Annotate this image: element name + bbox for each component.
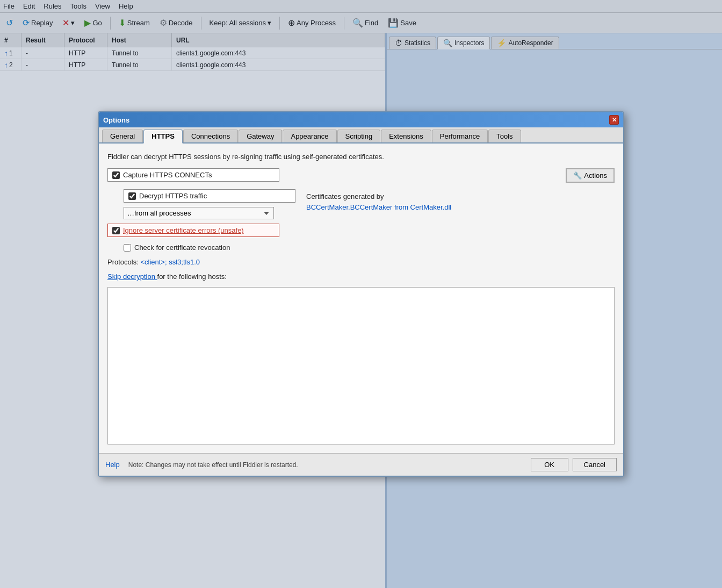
- check-revocation-checkbox[interactable]: [124, 244, 131, 252]
- tab-general[interactable]: General: [102, 130, 143, 142]
- skip-decryption-row: Skip decryption for the following hosts:: [107, 273, 615, 281]
- protocols-value: <client>; ssl3;tls1.0: [140, 258, 200, 266]
- cert-info: Certificates generated by BCCertMaker.BC…: [306, 189, 451, 212]
- actions-button[interactable]: 🔧 Actions: [566, 168, 615, 183]
- footer-buttons: OK Cancel: [531, 458, 617, 471]
- cert-by-label: Certificates generated by: [306, 192, 384, 200]
- ignore-cert-errors-row: Ignore server certificate errors (unsafe…: [107, 224, 279, 237]
- tab-scripting[interactable]: Scripting: [337, 130, 381, 142]
- tab-https[interactable]: HTTPS: [143, 130, 183, 144]
- capture-https-label: Capture HTTPS CONNECTs: [123, 171, 212, 179]
- ignore-cert-errors-label: Ignore server certificate errors (unsafe…: [123, 226, 244, 234]
- skip-decryption-label: Skip decryption: [107, 273, 155, 281]
- dialog-title: Options: [103, 116, 129, 124]
- skip-decryption-link[interactable]: Skip decryption: [107, 273, 157, 281]
- tab-connections[interactable]: Connections: [183, 130, 238, 142]
- help-link[interactable]: Help: [105, 461, 120, 469]
- dialog-content: Fiddler can decrypt HTTPS sessions by re…: [99, 144, 623, 453]
- dialog-close-button[interactable]: ✕: [609, 115, 619, 125]
- actions-label: Actions: [584, 171, 607, 180]
- tab-performance[interactable]: Performance: [432, 130, 488, 142]
- options-dialog: Options ✕ General HTTPS Connections Gate…: [98, 111, 624, 477]
- tab-gateway[interactable]: Gateway: [239, 130, 282, 142]
- dialog-tabs: General HTTPS Connections Gateway Appear…: [99, 127, 623, 144]
- mid-left: Decrypt HTTPS traffic …from all processe…: [107, 189, 295, 237]
- tab-appearance[interactable]: Appearance: [283, 130, 336, 142]
- process-dropdown[interactable]: …from all processes…from browsers only…f…: [124, 207, 274, 219]
- capture-https-checkbox[interactable]: [112, 171, 120, 179]
- cert-maker-link[interactable]: BCCertMaker.BCCertMaker from CertMaker.d…: [306, 203, 451, 211]
- footer-note: Note: Changes may not take effect until …: [128, 461, 298, 469]
- decrypt-https-checkbox[interactable]: [128, 192, 136, 200]
- top-row: Capture HTTPS CONNECTs 🔧 Actions: [107, 168, 615, 183]
- actions-icon: 🔧: [573, 171, 582, 180]
- mid-row: Decrypt HTTPS traffic …from all processe…: [107, 189, 615, 237]
- protocols-label: Protocols:: [107, 258, 140, 266]
- check-revocation-label: Check for certificate revocation: [134, 243, 230, 252]
- capture-https-row: Capture HTTPS CONNECTs: [107, 168, 279, 182]
- dropdown-row: …from all processes…from browsers only…f…: [124, 207, 295, 219]
- hosts-textarea[interactable]: [107, 287, 615, 444]
- cancel-button[interactable]: Cancel: [573, 458, 617, 471]
- tab-extensions[interactable]: Extensions: [381, 130, 431, 142]
- check-revocation-row: Check for certificate revocation: [124, 243, 615, 252]
- ignore-cert-errors-checkbox[interactable]: [112, 227, 120, 234]
- dialog-title-bar: Options ✕: [99, 112, 623, 127]
- decrypt-https-label: Decrypt HTTPS traffic: [139, 192, 207, 200]
- decrypt-https-row: Decrypt HTTPS traffic: [124, 189, 295, 203]
- protocols-value-link[interactable]: <client>; ssl3;tls1.0: [140, 258, 200, 266]
- dialog-footer: Help Note: Changes may not take effect u…: [99, 453, 623, 476]
- ok-button[interactable]: OK: [531, 458, 568, 471]
- modal-overlay: Options ✕ General HTTPS Connections Gate…: [0, 0, 722, 588]
- tab-tools[interactable]: Tools: [488, 130, 521, 142]
- protocols-row: Protocols: <client>; ssl3;tls1.0: [107, 258, 615, 266]
- skip-hosts-label: for the following hosts:: [157, 273, 227, 281]
- description-text: Fiddler can decrypt HTTPS sessions by re…: [107, 152, 615, 162]
- cert-maker-text: BCCertMaker.BCCertMaker from CertMaker.d…: [306, 203, 451, 211]
